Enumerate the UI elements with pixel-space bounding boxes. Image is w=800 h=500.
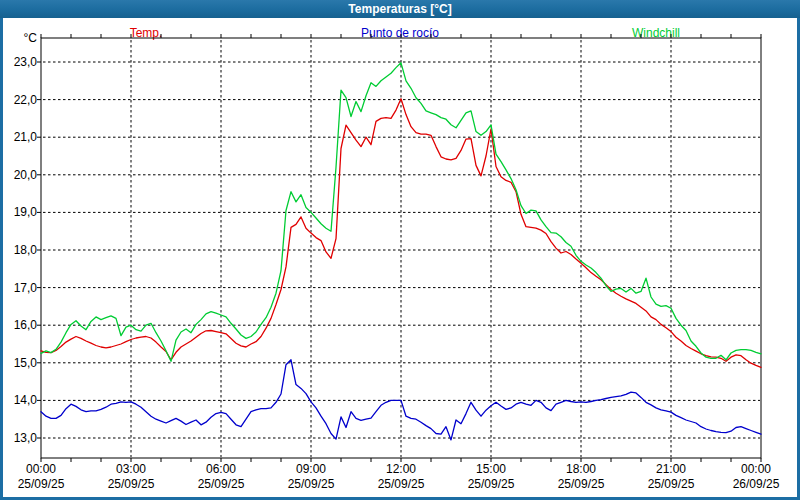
y-axis-label: 18,0 — [0, 243, 37, 257]
x-axis-time: 00:00 — [0, 462, 83, 477]
x-axis-date: 26/09/25 — [714, 477, 798, 492]
x-axis-label: 09:0025/09/25 — [269, 462, 353, 492]
x-axis-date: 25/09/25 — [359, 477, 443, 492]
x-axis-label: 21:0025/09/25 — [629, 462, 713, 492]
x-axis-label: 00:0025/09/25 — [0, 462, 83, 492]
x-axis-time: 09:00 — [269, 462, 353, 477]
x-axis-time: 15:00 — [449, 462, 533, 477]
y-axis-label: 19,0 — [0, 205, 37, 219]
x-axis-time: 06:00 — [179, 462, 263, 477]
x-axis-label: 15:0025/09/25 — [449, 462, 533, 492]
y-axis-label: 16,0 — [0, 318, 37, 332]
y-axis-label: 13,0 — [0, 431, 37, 445]
weather-chart-window: Temperaturas [°C] Temp. Punto de rocío W… — [0, 0, 800, 500]
y-axis-label: 21,0 — [0, 130, 37, 144]
x-axis-label: 03:0025/09/25 — [89, 462, 173, 492]
legend-item-dewpoint: Punto de rocío — [328, 26, 472, 40]
y-axis-label: 20,0 — [0, 168, 37, 182]
x-axis-date: 25/09/25 — [0, 477, 83, 492]
chart-panel — [3, 18, 797, 497]
legend-item-windchill: Windchill — [600, 26, 712, 40]
x-axis-date: 25/09/25 — [449, 477, 533, 492]
y-axis-label: 14,0 — [0, 393, 37, 407]
x-axis-time: 21:00 — [629, 462, 713, 477]
x-axis-time: 03:00 — [89, 462, 173, 477]
x-axis-time: 12:00 — [359, 462, 443, 477]
x-axis-label: 06:0025/09/25 — [179, 462, 263, 492]
x-axis-date: 25/09/25 — [269, 477, 353, 492]
x-axis-time: 18:00 — [539, 462, 623, 477]
window-title: Temperaturas [°C] — [348, 2, 451, 16]
y-axis-unit-label: °C — [0, 31, 37, 45]
x-axis-label: 00:0026/09/25 — [714, 462, 798, 492]
y-axis-label: 23,0 — [0, 55, 37, 69]
y-axis-label: 17,0 — [0, 281, 37, 295]
x-axis-date: 25/09/25 — [629, 477, 713, 492]
x-axis-label: 12:0025/09/25 — [359, 462, 443, 492]
legend-item-temp: Temp. — [100, 26, 192, 40]
y-axis-label: 15,0 — [0, 356, 37, 370]
chart-legend: Temp. Punto de rocío Windchill — [0, 26, 800, 41]
x-axis-date: 25/09/25 — [539, 477, 623, 492]
x-axis-label: 18:0025/09/25 — [539, 462, 623, 492]
x-axis-date: 25/09/25 — [179, 477, 263, 492]
y-axis-label: 22,0 — [0, 93, 37, 107]
x-axis-time: 00:00 — [714, 462, 798, 477]
window-title-bar: Temperaturas [°C] — [0, 0, 800, 18]
x-axis-date: 25/09/25 — [89, 477, 173, 492]
